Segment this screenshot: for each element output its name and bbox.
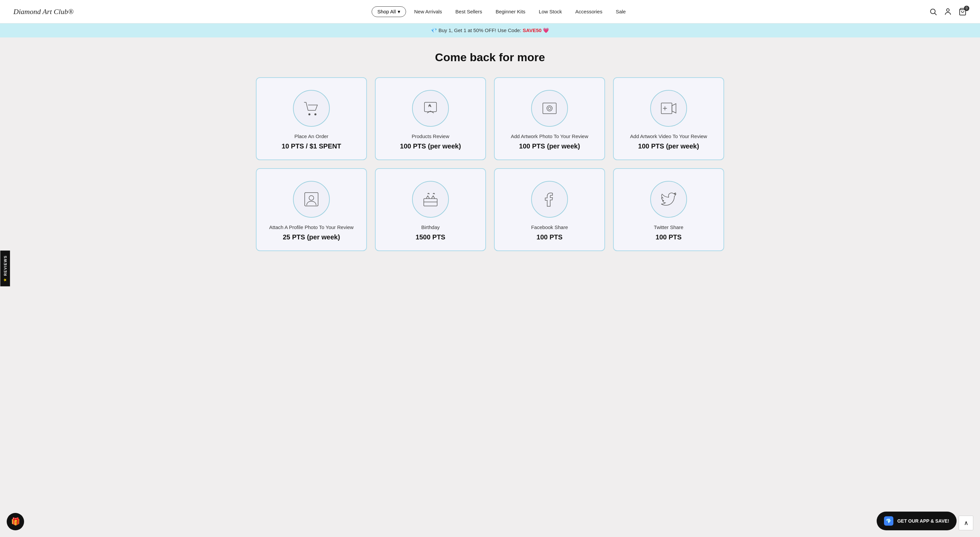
card-twitter-share-points: 100 PTS [654,234,683,241]
logo: Diamond Art Club® [13,7,73,16]
header: Diamond Art Club® Shop All ▾ New Arrival… [0,0,980,24]
header-icons: 0 [929,8,967,16]
promo-text: 💎 Buy 1, Get 1 at 50% OFF! Use Code: SAV… [431,27,549,33]
search-icon[interactable] [929,8,937,16]
main-content: Come back for more Place An Order 10 PTS… [0,37,980,271]
card-products-review-points: 100 PTS (per week) [400,143,461,150]
nav-item-best-sellers[interactable]: Best Sellers [450,7,488,16]
profile-photo-icon-circle [293,181,330,218]
page-title: Come back for more [20,51,960,64]
card-facebook-share-text: Facebook Share 100 PTS [531,224,568,241]
svg-rect-15 [424,199,437,206]
card-profile-photo-title: Attach A Profile Photo To Your Review [269,224,353,231]
card-artwork-photo[interactable]: Add Artwork Photo To Your Review 100 PTS… [494,77,605,160]
card-birthday-title: Birthday [416,224,445,231]
card-place-order-title: Place An Order [282,133,341,140]
twitter-icon [660,191,677,208]
artwork-video-icon-circle [650,90,687,127]
facebook-icon-circle [531,181,568,218]
card-twitter-share-title: Twitter Share [654,224,683,231]
svg-line-1 [935,13,937,15]
card-facebook-share-title: Facebook Share [531,224,568,231]
products-review-icon-circle [412,90,449,127]
reviews-label: REVIEWS [3,256,7,276]
card-artwork-photo-points: 100 PTS (per week) [511,143,588,150]
facebook-icon [541,191,558,208]
nav-item-low-stock[interactable]: Low Stock [533,7,567,16]
nav-item-beginner-kits[interactable]: Beginner Kits [490,7,531,16]
card-place-order-points: 10 PTS / $1 SPENT [282,143,341,150]
card-profile-photo-text: Attach A Profile Photo To Your Review 25… [269,224,353,241]
card-profile-photo-points: 25 PTS (per week) [269,234,353,241]
card-twitter-share-text: Twitter Share 100 PTS [654,224,683,241]
birthday-icon-circle [412,181,449,218]
svg-point-9 [548,107,551,110]
card-artwork-photo-title: Add Artwork Photo To Your Review [511,133,588,140]
reviews-sidebar[interactable]: ★ REVIEWS [0,251,10,286]
artwork-photo-icon-circle [531,90,568,127]
svg-point-14 [309,195,314,200]
cart-icon [303,100,320,117]
birthday-icon [422,191,439,208]
video-icon [660,100,677,117]
app-banner[interactable]: 💎 GET OUR APP & SAVE! [877,512,956,530]
nav-item-new-arrivals[interactable]: New Arrivals [409,7,447,16]
cart-count: 0 [964,6,969,11]
chevron-down-icon: ▾ [398,9,400,15]
svg-point-2 [947,9,949,11]
svg-rect-6 [425,102,436,112]
nav-item-sale[interactable]: Sale [611,7,631,16]
svg-point-0 [931,9,935,14]
card-artwork-video-title: Add Artwork Video To Your Review [630,133,707,140]
card-profile-photo[interactable]: Attach A Profile Photo To Your Review 25… [256,168,367,251]
card-products-review-text: Products Review 100 PTS (per week) [400,133,461,150]
nav-item-accessories[interactable]: Accessories [570,7,608,16]
promo-banner: 💎 Buy 1, Get 1 at 50% OFF! Use Code: SAV… [0,24,980,37]
reviews-star-icon: ★ [3,278,7,282]
gift-button[interactable]: 🎁 [7,513,24,530]
svg-point-4 [309,113,310,115]
account-icon[interactable] [944,8,952,16]
app-banner-icon: 💎 [884,516,893,526]
card-birthday[interactable]: Birthday 1500 PTS [375,168,486,251]
promo-code: SAVE50 [523,27,541,33]
svg-point-8 [547,106,552,111]
card-facebook-share[interactable]: Facebook Share 100 PTS [494,168,605,251]
place-order-icon-circle [293,90,330,127]
card-artwork-video[interactable]: Add Artwork Video To Your Review 100 PTS… [613,77,724,160]
scroll-to-top-button[interactable]: ∧ [959,516,973,530]
card-artwork-video-text: Add Artwork Video To Your Review 100 PTS… [630,133,707,150]
card-artwork-photo-text: Add Artwork Photo To Your Review 100 PTS… [511,133,588,150]
card-artwork-video-points: 100 PTS (per week) [630,143,707,150]
profile-icon [303,191,320,208]
svg-point-5 [314,113,317,115]
card-products-review[interactable]: Products Review 100 PTS (per week) [375,77,486,160]
card-twitter-share[interactable]: Twitter Share 100 PTS [613,168,724,251]
card-place-order[interactable]: Place An Order 10 PTS / $1 SPENT [256,77,367,160]
shop-all-button[interactable]: Shop All ▾ [372,6,406,17]
cart-icon[interactable]: 0 [959,8,967,16]
card-place-order-text: Place An Order 10 PTS / $1 SPENT [282,133,341,150]
card-birthday-text: Birthday 1500 PTS [416,224,445,241]
cards-grid: Place An Order 10 PTS / $1 SPENT Product… [256,77,724,251]
review-icon [422,100,439,117]
card-facebook-share-points: 100 PTS [531,234,568,241]
app-banner-label: GET OUR APP & SAVE! [897,518,949,524]
card-products-review-title: Products Review [400,133,461,140]
svg-rect-7 [543,103,556,114]
photo-icon [541,100,558,117]
main-nav: Shop All ▾ New Arrivals Best Sellers Beg… [372,6,631,17]
twitter-icon-circle [650,181,687,218]
card-birthday-points: 1500 PTS [416,234,445,241]
